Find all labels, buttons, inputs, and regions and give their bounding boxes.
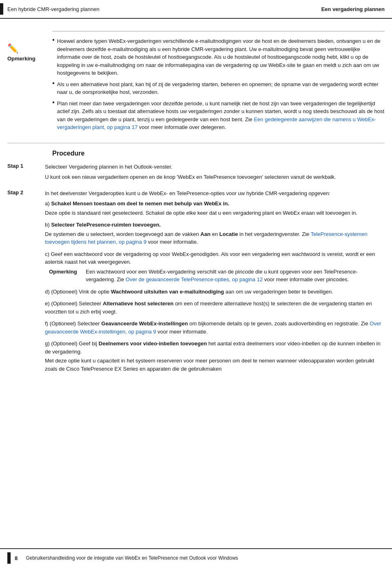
step-1-main-text: Selecteer Vergadering plannen in het Out… <box>45 163 385 171</box>
page-footer: 8 Gebruikershandleiding voor de integrat… <box>0 548 392 567</box>
substep-e: e) (Optioneel) Selecteer Alternatieve ho… <box>45 300 385 316</box>
footer-black-bar <box>7 552 11 564</box>
step-1-content: Selecteer Vergadering plannen in het Out… <box>45 163 385 184</box>
substep-c: c) Geef een wachtwoord voor de vergaderi… <box>45 250 385 284</box>
step-2-label: Stap 2 <box>7 189 45 196</box>
substep-d: d) (Optioneel) Vink de optie Wachtwoord … <box>45 288 385 296</box>
link-gedelegeerde[interactable]: Een gedelegeerde aanwijzen die namens u … <box>57 116 376 131</box>
substep-b-label: b) Selecteer TelePresence-ruimten toevoe… <box>45 221 385 229</box>
step-1-label-text: Stap 1 <box>7 163 23 169</box>
substep-f-label: f) (Optioneel) Selecteer Geavanceerde We… <box>45 320 385 336</box>
substep-g-body: Met deze optie kunt u capaciteit in het … <box>45 357 385 373</box>
bullet-dot-3: • <box>52 99 55 106</box>
link-geavanceerde-webex[interactable]: Over geavanceerde WebEx-instellingen, op… <box>45 320 381 335</box>
substep-b-bold: Selecteer TelePresence-ruimten toevoegen… <box>51 222 161 228</box>
inner-note-label: Opmerking <box>49 268 86 284</box>
step-2-intro: In het deelvenster Vergaderopties kunt u… <box>45 189 385 198</box>
footer-text: Gebruikershandleiding voor de integratie… <box>26 555 238 561</box>
step-2-label-text: Stap 2 <box>7 189 23 196</box>
procedure-heading: Procedure <box>7 150 385 157</box>
page-header: Een hybride CMR-vergadering plannen Een … <box>0 0 392 19</box>
inner-note-c: Opmerking Een wachtwoord voor een WebEx-… <box>45 268 385 284</box>
header-left: Een hybride CMR-vergadering plannen <box>0 3 99 15</box>
bullet-dot-1: • <box>52 36 55 44</box>
substep-f: f) (Optioneel) Selecteer Geavanceerde We… <box>45 320 385 336</box>
procedure-section: Procedure Stap 1 Selecteer Vergadering p… <box>0 143 392 377</box>
substep-f-bold: Geavanceerde WebEx-instellingen <box>101 320 188 327</box>
substep-b-bold-aan: Aan <box>200 231 211 237</box>
substep-g: g) (Optioneel) Geef bij Deelnemers voor … <box>45 340 385 373</box>
section-divider <box>7 143 385 143</box>
header-left-title: Een hybride CMR-vergadering plannen <box>7 6 99 12</box>
substep-a-label: a) Schakel Mensen toestaan om deel te ne… <box>45 200 385 208</box>
link-geavanceerde-telepresence[interactable]: Over de geavanceerde TelePresence-opties… <box>126 276 263 282</box>
header-right-title: Een vergadering plannen <box>321 6 385 12</box>
note-content: • Hoewel andere typen WebEx-vergaderinge… <box>52 31 385 135</box>
step-1-row: Stap 1 Selecteer Vergadering plannen in … <box>7 163 385 184</box>
substep-a-bold: Schakel Mensen toestaan om deel te nemen… <box>51 200 229 207</box>
substep-b: b) Selecteer TelePresence-ruimten toevoe… <box>45 221 385 246</box>
note-bullet-1: • Hoewel andere typen WebEx-vergaderinge… <box>52 37 385 77</box>
note-pencil-icon: ✏️ <box>7 43 52 54</box>
bullet-dot-2: • <box>52 80 55 87</box>
note-label: Opmerking <box>7 55 36 62</box>
substep-b-bold-locatie: Locatie <box>219 231 238 237</box>
step-2-content: In het deelvenster Vergaderopties kunt u… <box>45 189 385 377</box>
note-bullet-2-text: Als u een alternatieve host plant, kan h… <box>57 80 385 96</box>
footer-page-number: 8 <box>15 555 18 561</box>
step-1-sub-text: U kunt ook een nieuw vergaderitem openen… <box>45 173 385 181</box>
note-bullet-1-text: Hoewel andere typen WebEx-vergaderingen … <box>57 37 385 77</box>
substep-g-label: g) (Optioneel) Geef bij Deelnemers voor … <box>45 340 385 356</box>
note-bullet-3: • Plan niet meer dan twee vergaderingen … <box>52 100 385 131</box>
substep-b-body: De systemen die u selecteert, worden toe… <box>45 230 385 246</box>
substep-a: a) Schakel Mensen toestaan om deel te ne… <box>45 200 385 217</box>
note-bullet-3-text: Plan niet meer dan twee vergaderingen vo… <box>57 100 385 131</box>
substep-d-bold: Wachtwoord uitsluiten van e-mailuitnodig… <box>111 289 224 295</box>
substep-e-label: e) (Optioneel) Selecteer Alternatieve ho… <box>45 300 385 316</box>
header-black-bar <box>0 3 3 15</box>
substep-c-label: c) Geef een wachtwoord voor de vergaderi… <box>45 250 385 266</box>
note-label-col: ✏️ Opmerking <box>7 31 52 62</box>
substep-e-bold: Alternatieve host selecteren <box>103 300 174 307</box>
note-bullet-2: • Als u een alternatieve host plant, kan… <box>52 80 385 96</box>
step-2-row: Stap 2 In het deelvenster Vergaderopties… <box>7 189 385 377</box>
note-section: ✏️ Opmerking • Hoewel andere typen WebEx… <box>0 31 392 135</box>
inner-note-text: Een wachtwoord voor een WebEx-vergaderin… <box>86 268 385 284</box>
step-1-label: Stap 1 <box>7 163 45 169</box>
substep-g-bold: Deelnemers voor video-inbellen toevoegen <box>99 340 207 347</box>
substep-a-body: Deze optie is standaard niet geselecteer… <box>45 209 385 217</box>
substep-d-label: d) (Optioneel) Vink de optie Wachtwoord … <box>45 288 385 296</box>
